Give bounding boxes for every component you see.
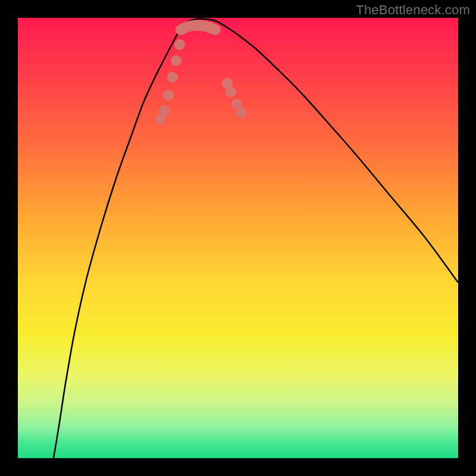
plot-area: [18, 18, 458, 458]
bead-dot: [174, 39, 185, 50]
bead-dot: [226, 86, 236, 97]
curve-svg: [18, 18, 458, 458]
outer-frame: TheBottleneck.com: [0, 0, 476, 476]
bead-dot: [163, 90, 174, 101]
bead-dot: [171, 55, 181, 66]
beads-right: [222, 78, 247, 118]
bead-dot: [159, 105, 170, 116]
bead-dot: [236, 108, 247, 118]
beads-bottom-segment: [181, 26, 215, 30]
bottleneck-curve: [54, 19, 458, 458]
bead-dot: [167, 72, 178, 83]
watermark-text: TheBottleneck.com: [356, 2, 470, 18]
beads-left: [155, 39, 185, 124]
